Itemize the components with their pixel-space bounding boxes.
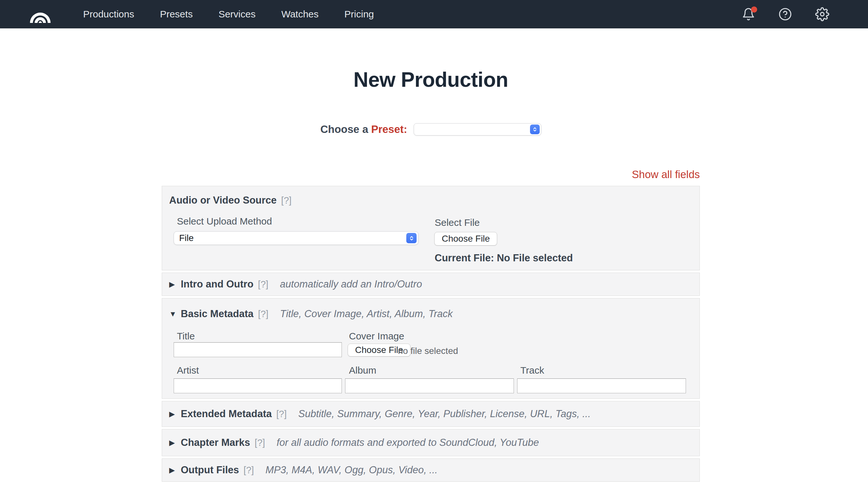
section-extended-metadata[interactable]: ▶ Extended Metadata [?] Subtitle, Summar…: [162, 401, 700, 427]
album-label: Album: [349, 365, 376, 376]
disclosure-triangle-icon: ▼: [169, 310, 178, 318]
auphonic-logo-icon: [30, 5, 51, 24]
help-marker[interactable]: [?]: [258, 279, 269, 290]
upload-method-value: File: [174, 233, 194, 243]
section-basic-metadata: ▼ Basic Metadata [?] Title, Cover Image,…: [162, 298, 700, 399]
section-description: Subtitle, Summary, Genre, Year, Publishe…: [298, 408, 591, 420]
select-stepper-icon: [406, 233, 416, 243]
cover-image-label: Cover Image: [349, 331, 404, 342]
section-description: for all audio formats and exported to So…: [277, 437, 539, 449]
preset-select[interactable]: [414, 123, 541, 136]
upload-method-select[interactable]: File: [174, 231, 418, 245]
page-title: New Production: [162, 68, 700, 92]
disclosure-triangle-icon: ▶: [169, 466, 178, 475]
notifications-button[interactable]: [742, 7, 755, 21]
help-marker[interactable]: [?]: [258, 309, 269, 319]
help-button[interactable]: [778, 7, 792, 21]
main-content: New Production Choose a Preset: Show all…: [162, 68, 700, 482]
section-intro-outro[interactable]: ▶ Intro and Outro [?] automatically add …: [162, 273, 700, 296]
select-stepper-icon: [530, 124, 540, 134]
navbar-icons: [742, 7, 829, 21]
production-form: Audio or Video Source[?] Select Upload M…: [162, 186, 700, 482]
help-icon: [778, 7, 792, 21]
disclosure-triangle-icon: ▶: [169, 280, 178, 289]
section-title: Chapter Marks: [181, 437, 250, 449]
section-title: Audio or Video Source: [169, 195, 277, 206]
section-output-files[interactable]: ▶ Output Files [?] MP3, M4A, WAV, Ogg, O…: [162, 458, 700, 482]
nav-watches[interactable]: Watches: [281, 9, 319, 20]
artist-input[interactable]: [174, 378, 342, 393]
section-description: MP3, M4A, WAV, Ogg, Opus, Video, ...: [266, 464, 438, 476]
nav-presets[interactable]: Presets: [160, 9, 193, 20]
show-all-fields-row: Show all fields: [162, 168, 700, 181]
section-header[interactable]: ▼ Basic Metadata [?] Title, Cover Image,…: [169, 308, 453, 320]
section-description: Title, Cover Image, Artist, Album, Track: [280, 308, 453, 320]
section-title: Extended Metadata: [181, 408, 272, 420]
track-input[interactable]: [517, 378, 686, 393]
section-audio-video-source: Audio or Video Source[?] Select Upload M…: [162, 186, 700, 271]
cover-image-status: no file selected: [398, 346, 458, 356]
section-chapter-marks[interactable]: ▶ Chapter Marks [?] for all audio format…: [162, 429, 700, 456]
show-all-fields-link[interactable]: Show all fields: [632, 168, 700, 180]
title-input[interactable]: [174, 342, 342, 357]
nav-pricing[interactable]: Pricing: [344, 9, 374, 20]
help-marker[interactable]: [?]: [244, 465, 254, 476]
upload-method-label: Select Upload Method: [177, 216, 272, 227]
settings-button[interactable]: [815, 7, 829, 21]
nav-productions[interactable]: Productions: [83, 9, 134, 20]
help-marker[interactable]: [?]: [254, 437, 265, 448]
section-description: automatically add an Intro/Outro: [280, 278, 422, 290]
gear-icon: [815, 7, 829, 21]
current-file-status: Current File: No File selected: [435, 252, 573, 264]
section-title: Intro and Outro: [181, 278, 254, 290]
artist-label: Artist: [177, 365, 199, 376]
preset-label-prefix: Choose a: [320, 123, 371, 135]
notification-badge: [751, 6, 757, 12]
track-label: Track: [520, 365, 544, 376]
album-input[interactable]: [345, 378, 514, 393]
title-label: Title: [177, 331, 195, 342]
nav-services[interactable]: Services: [218, 9, 255, 20]
preset-label-accent: Preset:: [371, 123, 407, 135]
choose-file-button[interactable]: Choose File: [434, 232, 497, 246]
main-nav: Productions Presets Services Watches Pri…: [83, 9, 374, 20]
disclosure-triangle-icon: ▶: [169, 438, 178, 447]
navbar: Productions Presets Services Watches Pri…: [0, 0, 868, 28]
preset-row: Choose a Preset:: [162, 123, 700, 136]
help-marker[interactable]: [?]: [276, 409, 287, 419]
disclosure-triangle-icon: ▶: [169, 410, 178, 419]
section-title-row: Audio or Video Source[?]: [169, 195, 291, 206]
brand-logo[interactable]: [30, 5, 51, 24]
help-marker[interactable]: [?]: [281, 195, 291, 205]
section-title: Basic Metadata: [181, 308, 254, 320]
section-title: Output Files: [181, 464, 239, 476]
select-file-label: Select File: [435, 217, 480, 228]
preset-label: Choose a Preset:: [320, 123, 407, 136]
